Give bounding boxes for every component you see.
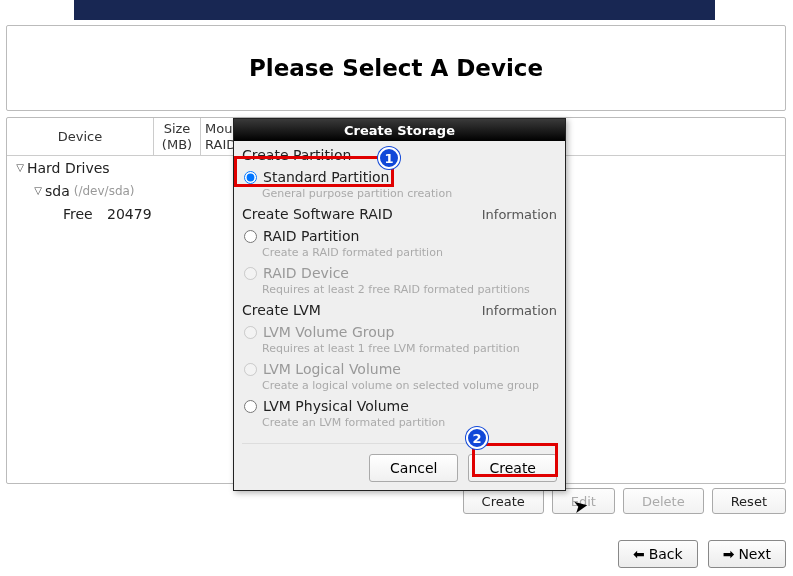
radio-row-raid-device: RAID Device bbox=[244, 265, 557, 281]
create-storage-dialog: Create Storage Create Partition Standard… bbox=[233, 118, 566, 491]
dialog-titlebar[interactable]: Create Storage bbox=[234, 119, 565, 141]
label-standard-partition: Standard Partition bbox=[263, 169, 390, 185]
dialog-button-row: Cancel Create bbox=[242, 443, 557, 482]
section-create-raid: Create Software RAID bbox=[242, 206, 393, 222]
hint-lvm-vg: Requires at least 1 free LVM formated pa… bbox=[262, 342, 557, 355]
radio-raid-partition[interactable] bbox=[244, 230, 257, 243]
dialog-create-button[interactable]: Create bbox=[468, 454, 557, 482]
free-size: 20479 bbox=[107, 206, 152, 222]
next-label: Next bbox=[738, 546, 771, 562]
dialog-cancel-button[interactable]: Cancel bbox=[369, 454, 458, 482]
size-label-line2: (MB) bbox=[162, 137, 192, 153]
radio-standard-partition[interactable] bbox=[244, 171, 257, 184]
sda-path: (/dev/sda) bbox=[74, 184, 135, 198]
hint-raid-partition: Create a RAID formated partition bbox=[262, 246, 557, 259]
label-lvm-lv: LVM Logical Volume bbox=[263, 361, 401, 377]
section-create-lvm: Create LVM bbox=[242, 302, 321, 318]
hint-raid-device: Requires at least 2 free RAID formated p… bbox=[262, 283, 557, 296]
radio-row-lvm-pv[interactable]: LVM Physical Volume bbox=[244, 398, 557, 414]
arrow-right-icon: ➡ bbox=[723, 546, 735, 562]
free-label: Free bbox=[63, 206, 93, 222]
mount-label-line1: Mou bbox=[205, 121, 232, 137]
hint-lvm-pv: Create an LVM formated partition bbox=[262, 416, 557, 429]
next-button[interactable]: ➡ Next bbox=[708, 540, 786, 568]
action-button-row: Create Edit Delete Reset bbox=[6, 488, 786, 516]
radio-lvm-vg bbox=[244, 326, 257, 339]
expand-icon[interactable]: ▽ bbox=[31, 185, 45, 196]
hint-standard-partition: General purpose partition creation bbox=[262, 187, 557, 200]
size-label-line1: Size bbox=[164, 121, 191, 137]
reset-button[interactable]: Reset bbox=[712, 488, 786, 514]
label-lvm-vg: LVM Volume Group bbox=[263, 324, 395, 340]
label-raid-device: RAID Device bbox=[263, 265, 349, 281]
radio-raid-device bbox=[244, 267, 257, 280]
nav-button-row: ⬅ Back ➡ Next bbox=[6, 540, 786, 570]
expand-icon[interactable]: ▽ bbox=[13, 162, 27, 173]
dialog-title: Create Storage bbox=[344, 123, 455, 138]
hard-drives-label: Hard Drives bbox=[27, 160, 110, 176]
arrow-left-icon: ⬅ bbox=[633, 546, 645, 562]
radio-row-lvm-vg: LVM Volume Group bbox=[244, 324, 557, 340]
create-button[interactable]: Create bbox=[463, 488, 544, 514]
lvm-information-link[interactable]: Information bbox=[482, 303, 557, 318]
dialog-body: Create Partition Standard Partition Gene… bbox=[234, 141, 565, 490]
section-create-partition: Create Partition bbox=[242, 147, 351, 163]
edit-button[interactable]: Edit bbox=[552, 488, 615, 514]
radio-row-lvm-lv: LVM Logical Volume bbox=[244, 361, 557, 377]
radio-row-standard-partition[interactable]: Standard Partition bbox=[244, 169, 557, 185]
col-header-device[interactable]: Device bbox=[7, 118, 154, 155]
title-panel: Please Select A Device bbox=[6, 25, 786, 111]
col-header-size[interactable]: Size (MB) bbox=[154, 118, 201, 155]
mount-label-line2: RAID bbox=[205, 137, 236, 153]
raid-information-link[interactable]: Information bbox=[482, 207, 557, 222]
hint-lvm-lv: Create a logical volume on selected volu… bbox=[262, 379, 557, 392]
radio-lvm-lv bbox=[244, 363, 257, 376]
top-banner bbox=[74, 0, 715, 20]
radio-lvm-pv[interactable] bbox=[244, 400, 257, 413]
sda-label: sda bbox=[45, 183, 70, 199]
label-raid-partition: RAID Partition bbox=[263, 228, 359, 244]
back-label: Back bbox=[649, 546, 683, 562]
delete-button[interactable]: Delete bbox=[623, 488, 704, 514]
back-button[interactable]: ⬅ Back bbox=[618, 540, 698, 568]
label-lvm-pv: LVM Physical Volume bbox=[263, 398, 409, 414]
radio-row-raid-partition[interactable]: RAID Partition bbox=[244, 228, 557, 244]
page-title: Please Select A Device bbox=[249, 55, 543, 81]
